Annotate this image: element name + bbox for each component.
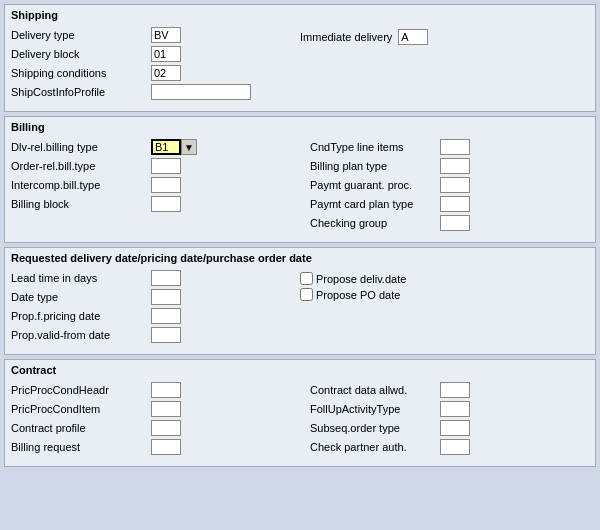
billing-plan-label: Billing plan type (300, 160, 440, 172)
delivery-type-input[interactable] (151, 27, 181, 43)
prop-valid-label: Prop.valid-from date (11, 329, 151, 341)
intercomp-row: Intercomp.bill.type (11, 177, 300, 193)
propose-po-checkbox[interactable] (300, 288, 313, 301)
order-rel-input[interactable] (151, 158, 181, 174)
checking-group-label: Checking group (300, 217, 440, 229)
prop-valid-input[interactable] (151, 327, 181, 343)
cnd-type-row: CndType line items (300, 139, 589, 155)
delivery-block-row: Delivery block (11, 46, 300, 62)
billing-request-label: Billing request (11, 441, 151, 453)
lead-time-label: Lead time in days (11, 272, 151, 284)
pric-proc-headr-input[interactable] (151, 382, 181, 398)
immediate-delivery-label: Immediate delivery (300, 31, 392, 43)
check-partner-label: Check partner auth. (300, 441, 440, 453)
paymt-guarant-row: Paymt guarant. proc. (300, 177, 589, 193)
propose-deliv-checkbox[interactable] (300, 272, 313, 285)
shipping-title: Shipping (11, 9, 589, 21)
contract-profile-label: Contract profile (11, 422, 151, 434)
immediate-delivery-input[interactable] (398, 29, 428, 45)
checking-group-row: Checking group (300, 215, 589, 231)
paymt-guarant-label: Paymt guarant. proc. (300, 179, 440, 191)
contract-title: Contract (11, 364, 589, 376)
prop-pricing-row: Prop.f.pricing date (11, 308, 300, 324)
date-type-input[interactable] (151, 289, 181, 305)
propose-deliv-row: Propose deliv.date (300, 272, 589, 285)
prop-pricing-label: Prop.f.pricing date (11, 310, 151, 322)
order-rel-label: Order-rel.bill.type (11, 160, 151, 172)
shipping-conditions-input[interactable] (151, 65, 181, 81)
contract-profile-row: Contract profile (11, 420, 300, 436)
contract-profile-input[interactable] (151, 420, 181, 436)
contract-data-row: Contract data allwd. (300, 382, 589, 398)
subseq-order-input[interactable] (440, 420, 470, 436)
billing-block-row: Billing block (11, 196, 300, 212)
propose-po-label: Propose PO date (316, 289, 400, 301)
pric-proc-item-row: PricProcCondItem (11, 401, 300, 417)
dlv-rel-button[interactable]: ▼ (181, 139, 197, 155)
prop-pricing-input[interactable] (151, 308, 181, 324)
lead-time-input[interactable] (151, 270, 181, 286)
date-type-label: Date type (11, 291, 151, 303)
contract-data-label: Contract data allwd. (300, 384, 440, 396)
dlv-rel-row: Dlv-rel.billing type ▼ (11, 139, 300, 155)
contract-data-input[interactable] (440, 382, 470, 398)
billing-section: Billing Dlv-rel.billing type ▼ Order-rel… (4, 116, 596, 243)
dlv-rel-input[interactable] (151, 139, 181, 155)
pric-proc-item-input[interactable] (151, 401, 181, 417)
delivery-date-section: Requested delivery date/pricing date/pur… (4, 247, 596, 355)
follow-up-input[interactable] (440, 401, 470, 417)
delivery-block-label: Delivery block (11, 48, 151, 60)
order-rel-row: Order-rel.bill.type (11, 158, 300, 174)
subseq-order-row: Subseq.order type (300, 420, 589, 436)
intercomp-label: Intercomp.bill.type (11, 179, 151, 191)
delivery-type-label: Delivery type (11, 29, 151, 41)
billing-request-input[interactable] (151, 439, 181, 455)
prop-valid-row: Prop.valid-from date (11, 327, 300, 343)
check-partner-input[interactable] (440, 439, 470, 455)
pric-proc-item-label: PricProcCondItem (11, 403, 151, 415)
follow-up-row: FollUpActivityType (300, 401, 589, 417)
shipping-conditions-row: Shipping conditions (11, 65, 300, 81)
dlv-rel-label: Dlv-rel.billing type (11, 141, 151, 153)
billing-request-row: Billing request (11, 439, 300, 455)
propose-deliv-label: Propose deliv.date (316, 273, 406, 285)
delivery-type-row: Delivery type (11, 27, 300, 43)
intercomp-input[interactable] (151, 177, 181, 193)
billing-title: Billing (11, 121, 589, 133)
pric-proc-headr-row: PricProcCondHeadr (11, 382, 300, 398)
billing-block-label: Billing block (11, 198, 151, 210)
follow-up-label: FollUpActivityType (300, 403, 440, 415)
ship-cost-input[interactable] (151, 84, 251, 100)
contract-section: Contract PricProcCondHeadr PricProcCondI… (4, 359, 596, 467)
lead-time-row: Lead time in days (11, 270, 300, 286)
checking-group-input[interactable] (440, 215, 470, 231)
paymt-card-row: Paymt card plan type (300, 196, 589, 212)
shipping-section: Shipping Delivery type Delivery block Sh… (4, 4, 596, 112)
delivery-block-input[interactable] (151, 46, 181, 62)
ship-cost-row: ShipCostInfoProfile (11, 84, 300, 100)
shipping-conditions-label: Shipping conditions (11, 67, 151, 79)
billing-block-input[interactable] (151, 196, 181, 212)
delivery-date-title: Requested delivery date/pricing date/pur… (11, 252, 589, 264)
paymt-card-input[interactable] (440, 196, 470, 212)
pric-proc-headr-label: PricProcCondHeadr (11, 384, 151, 396)
ship-cost-label: ShipCostInfoProfile (11, 86, 151, 98)
billing-plan-input[interactable] (440, 158, 470, 174)
cnd-type-input[interactable] (440, 139, 470, 155)
check-partner-row: Check partner auth. (300, 439, 589, 455)
paymt-card-label: Paymt card plan type (300, 198, 440, 210)
billing-plan-row: Billing plan type (300, 158, 589, 174)
propose-po-row: Propose PO date (300, 288, 589, 301)
paymt-guarant-input[interactable] (440, 177, 470, 193)
subseq-order-label: Subseq.order type (300, 422, 440, 434)
date-type-row: Date type (11, 289, 300, 305)
cnd-type-label: CndType line items (300, 141, 440, 153)
